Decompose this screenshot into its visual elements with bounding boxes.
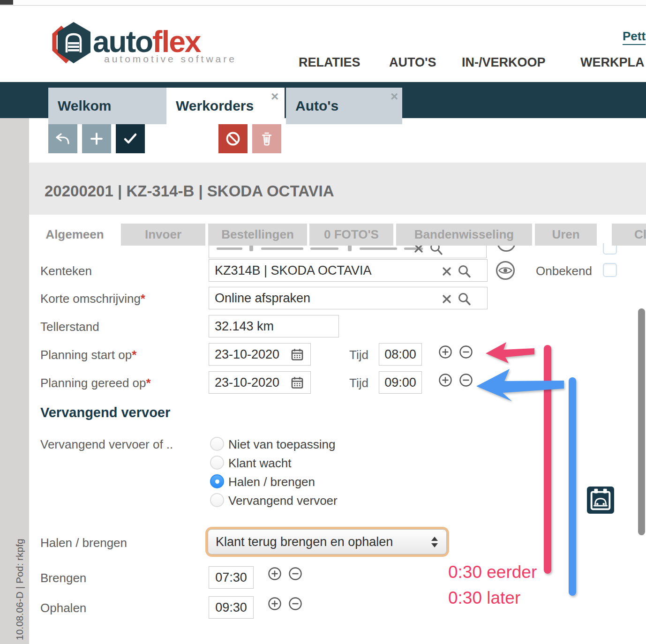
- ophalen-plus-icon[interactable]: [268, 597, 282, 611]
- blue-vertical-line: [569, 377, 576, 596]
- halen-brengen-label: Halen / brengen: [40, 536, 127, 550]
- tijd-label-gereed: Tijd: [349, 376, 368, 390]
- tab-welkom-label: Welkom: [58, 98, 111, 114]
- radio-vervangend-vervoer-label: Vervangend vervoer: [228, 494, 338, 508]
- subtab-bestellingen[interactable]: Bestellingen: [208, 224, 307, 246]
- calendar-icon[interactable]: [290, 375, 305, 390]
- kenteken-clear-icon[interactable]: [441, 265, 453, 277]
- logo-subtitle: automotive software: [104, 53, 237, 65]
- ophalen-minus-icon[interactable]: [288, 597, 302, 611]
- scrollbar-thumb[interactable]: [638, 308, 645, 535]
- nav-in-verkoop[interactable]: IN-/VERKOOP: [462, 55, 546, 70]
- brengen-minus-icon[interactable]: [288, 567, 302, 581]
- radio-halen-brengen[interactable]: [210, 474, 224, 488]
- eye-icon[interactable]: [495, 260, 516, 281]
- start-time-plus-icon[interactable]: [438, 345, 452, 359]
- vervangend-vervoer-label: Vervangend vervoer of ..: [40, 437, 173, 452]
- omschrijving-search-icon[interactable]: [458, 292, 472, 306]
- brengen-time-input[interactable]: [209, 566, 254, 589]
- select-stepper-icon: [431, 537, 438, 547]
- korte-omschrijving-label-text: Korte omschrijving: [40, 292, 141, 306]
- subtab-fotos[interactable]: 0 FOTO'S: [309, 224, 393, 246]
- annotation-eerder-text: 0:30 eerder: [448, 562, 537, 582]
- radio-niet-van-toepassing[interactable]: [210, 437, 224, 451]
- start-time-minus-icon[interactable]: [459, 345, 473, 359]
- required-mark: *: [146, 376, 151, 390]
- window-top-edge: [0, 0, 646, 6]
- subtab-uren[interactable]: Uren: [535, 224, 597, 246]
- car-calendar-icon: [587, 487, 614, 513]
- check-icon: [121, 129, 140, 148]
- delete-button[interactable]: [252, 124, 281, 153]
- tab-werkorders-label: Werkorders: [176, 98, 254, 114]
- window-corner-fragment: [0, 0, 13, 5]
- confirm-button[interactable]: [116, 124, 145, 153]
- kenteken-label: Kenteken: [40, 264, 92, 278]
- nav-autos[interactable]: AUTO'S: [389, 55, 436, 70]
- calendar-icon[interactable]: [290, 347, 305, 362]
- tellerstand-input[interactable]: [209, 315, 339, 337]
- nav-relaties[interactable]: RELATIES: [299, 55, 361, 70]
- kenteken-search-icon[interactable]: [458, 264, 472, 278]
- subtab-bandenwisseling-label: Bandenwisseling: [414, 227, 514, 242]
- user-account-link[interactable]: Pett: [623, 29, 646, 45]
- radio-klant-wacht-label: Klant wacht: [228, 456, 291, 471]
- korte-omschrijving-label: Korte omschrijving*: [40, 292, 145, 306]
- subtab-bestellingen-label: Bestellingen: [221, 227, 294, 242]
- planning-start-label: Planning start op*: [40, 348, 136, 362]
- planning-gereed-time-input[interactable]: [379, 371, 422, 394]
- brengen-plus-icon[interactable]: [268, 567, 282, 581]
- subtab-invoer[interactable]: Invoer: [121, 224, 205, 246]
- planning-car-button[interactable]: [587, 487, 614, 514]
- onbekend-checkbox[interactable]: [603, 263, 617, 277]
- subtab-checklist-label: Cl: [634, 227, 646, 242]
- plus-icon: [87, 129, 106, 148]
- undo-icon: [53, 129, 72, 148]
- planning-start-time-input[interactable]: [379, 343, 422, 366]
- required-mark: *: [132, 348, 136, 362]
- tab-welkom[interactable]: Welkom: [48, 88, 166, 124]
- subtab-algemeen[interactable]: Algemeen: [29, 224, 120, 246]
- brengen-label: Brengen: [40, 571, 86, 585]
- tab-autos-close-icon[interactable]: ×: [391, 90, 398, 103]
- ophalen-time-input[interactable]: [209, 596, 254, 619]
- tab-autos-label: Auto's: [295, 98, 338, 114]
- subtab-fotos-label: 0 FOTO'S: [324, 227, 379, 242]
- omschrijving-clear-icon[interactable]: [441, 293, 453, 305]
- required-mark: *: [141, 292, 145, 306]
- tab-autos[interactable]: Auto's: [286, 88, 402, 124]
- nav-werkplaats[interactable]: WERKPLA: [580, 55, 645, 70]
- planning-gereed-date-value: 23-10-2020: [215, 375, 279, 390]
- tijd-label-start: Tijd: [349, 348, 368, 362]
- radio-niet-van-toepassing-label: Niet van toepassing: [228, 437, 335, 452]
- add-button[interactable]: [82, 124, 111, 153]
- radio-halen-brengen-label: Halen / brengen: [228, 475, 315, 489]
- planning-gereed-date-field[interactable]: 23-10-2020: [209, 371, 311, 394]
- gereed-time-plus-icon[interactable]: [438, 373, 452, 387]
- ophalen-label: Ophalen: [40, 601, 86, 615]
- pink-arrow: [486, 342, 534, 363]
- cancel-button[interactable]: [218, 124, 248, 153]
- planning-gereed-label: Planning gereed op*: [40, 376, 151, 390]
- onbekend-label: Onbekend: [536, 264, 592, 278]
- undo-button[interactable]: [48, 124, 77, 153]
- subtab-checklist[interactable]: Cl: [612, 224, 646, 246]
- annotation-later-text: 0:30 later: [448, 588, 520, 608]
- version-pod-note: 10.08.06-D | Pod: rkpfg: [14, 539, 25, 640]
- radio-vervangend-vervoer[interactable]: [210, 493, 224, 507]
- autoflex-logo[interactable]: [50, 21, 95, 66]
- subtab-uren-label: Uren: [552, 227, 579, 242]
- tab-werkorders[interactable]: Werkorders: [166, 88, 285, 124]
- gereed-time-minus-icon[interactable]: [459, 373, 473, 387]
- record-title: 20200201 | KZ-314-B | SKODA OCTAVIA: [45, 182, 334, 200]
- radio-klant-wacht[interactable]: [210, 456, 224, 470]
- trash-icon: [257, 129, 276, 148]
- planning-start-date-value: 23-10-2020: [215, 347, 279, 362]
- tab-werkorders-close-icon[interactable]: ×: [271, 90, 278, 103]
- halen-brengen-select[interactable]: Klant terug brengen en ophalen: [205, 527, 449, 557]
- subtab-invoer-label: Invoer: [145, 227, 181, 242]
- subtab-bandenwisseling[interactable]: Bandenwisseling: [396, 224, 532, 246]
- blue-arrow: [476, 369, 564, 401]
- no-entry-icon: [224, 129, 242, 148]
- planning-start-date-field[interactable]: 23-10-2020: [209, 343, 311, 366]
